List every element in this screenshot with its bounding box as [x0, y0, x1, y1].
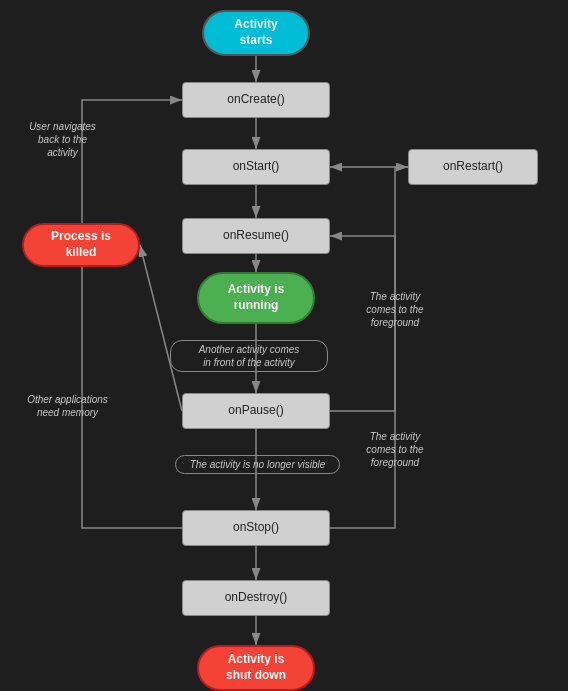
node-onpause-label: onPause() [228, 403, 283, 419]
node-shutdown-label: Activity isshut down [226, 652, 286, 683]
svg-line-10 [140, 245, 182, 411]
node-ondestroy: onDestroy() [182, 580, 330, 616]
node-onrestart-label: onRestart() [443, 159, 503, 175]
activity-lifecycle-diagram: Activitystarts onCreate() onStart() onRe… [0, 0, 568, 691]
node-activity-starts: Activitystarts [202, 10, 310, 56]
node-process-killed: Process iskilled [22, 223, 140, 267]
node-starts-label: Activitystarts [234, 17, 277, 48]
node-onstop-label: onStop() [233, 520, 279, 536]
node-onrestart: onRestart() [408, 149, 538, 185]
node-oncreate: onCreate() [182, 82, 330, 118]
node-activity-running: Activity isrunning [197, 272, 315, 324]
node-onstop: onStop() [182, 510, 330, 546]
label-comes-foreground-2: The activitycomes to theforeground [345, 430, 445, 469]
node-killed-label: Process iskilled [51, 229, 111, 260]
node-onstart: onStart() [182, 149, 330, 185]
label-user-navigates: User navigatesback to theactivity [10, 120, 115, 159]
node-oncreate-label: onCreate() [227, 92, 284, 108]
label-other-apps: Other applicationsneed memory [10, 393, 125, 419]
node-onstart-label: onStart() [233, 159, 280, 175]
label-no-longer-visible: The activity is no longer visible [175, 455, 340, 474]
node-activity-shutdown: Activity isshut down [197, 645, 315, 691]
node-ondestroy-label: onDestroy() [225, 590, 288, 606]
node-onresume: onResume() [182, 218, 330, 254]
node-onresume-label: onResume() [223, 228, 289, 244]
label-another-activity: Another activity comesin front of the ac… [170, 340, 328, 372]
node-onpause: onPause() [182, 393, 330, 429]
node-running-label: Activity isrunning [228, 282, 285, 313]
label-comes-foreground-1: The activitycomes to theforeground [345, 290, 445, 329]
